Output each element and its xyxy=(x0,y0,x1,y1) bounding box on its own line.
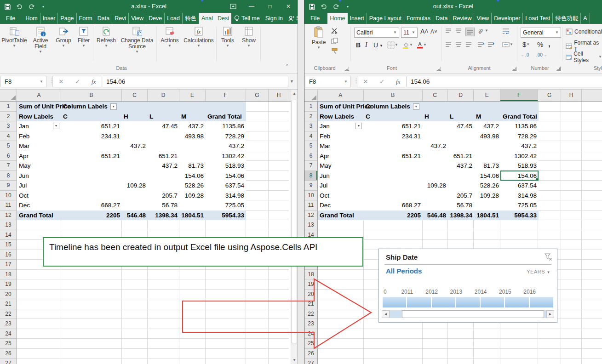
cell-H10[interactable] xyxy=(269,191,289,201)
cell-C19[interactable] xyxy=(122,279,148,290)
cell-H8[interactable] xyxy=(269,171,289,181)
comma-format-button[interactable]: , xyxy=(548,40,550,49)
cell-C26[interactable] xyxy=(122,349,148,359)
align-top-button[interactable] xyxy=(445,28,452,34)
cell-C22[interactable] xyxy=(122,309,148,319)
row-header-2[interactable]: 2 xyxy=(0,112,17,122)
cell-H15[interactable] xyxy=(561,240,582,250)
font-dialog-launcher-icon[interactable] xyxy=(437,67,441,71)
cell-C24[interactable] xyxy=(122,329,148,339)
number-dialog-launcher-icon[interactable] xyxy=(556,67,561,71)
cell-A22[interactable] xyxy=(17,309,61,319)
timeline-bar[interactable] xyxy=(383,297,553,307)
row-header-17[interactable]: 17 xyxy=(0,260,17,270)
cell-G24[interactable] xyxy=(538,329,561,339)
increase-decimal-button[interactable]: ←.0 xyxy=(521,52,529,57)
tab-deve[interactable]: Deve xyxy=(146,13,165,24)
cell-G13[interactable] xyxy=(246,220,269,230)
formula-input[interactable]: 154.06 xyxy=(407,76,602,87)
column-header-D[interactable]: D xyxy=(448,90,474,101)
cell-B26[interactable] xyxy=(61,349,122,359)
show-button[interactable]: Show▼ xyxy=(239,26,258,48)
cell-C27[interactable] xyxy=(423,358,448,364)
cell-H9[interactable] xyxy=(269,181,289,191)
cancel-icon[interactable]: ✕ xyxy=(363,78,368,85)
tab-data[interactable]: Data xyxy=(433,13,450,24)
cell-H27[interactable] xyxy=(561,358,582,364)
cell-G12[interactable] xyxy=(538,210,561,221)
tab-load[interactable]: Load xyxy=(165,13,183,24)
insert-function-icon[interactable]: fx xyxy=(92,78,96,85)
cancel-icon[interactable]: ✕ xyxy=(58,78,63,85)
cell-D18[interactable] xyxy=(148,270,179,280)
cell-H9[interactable] xyxy=(561,181,582,191)
row-header-3[interactable]: 3 xyxy=(0,121,17,131)
maximize-icon[interactable]: □ xyxy=(261,0,279,13)
cell-B25[interactable] xyxy=(61,339,122,349)
cell-B18[interactable] xyxy=(61,270,122,280)
align-bottom-button[interactable] xyxy=(465,28,475,36)
cell-H10[interactable] xyxy=(561,191,582,201)
cell-G6[interactable] xyxy=(246,151,269,161)
cell-C25[interactable] xyxy=(423,339,448,349)
cell-B22[interactable] xyxy=(61,309,122,319)
paste-button[interactable]: Paste▼ xyxy=(308,26,329,50)
merge-center-button[interactable]: ▼ xyxy=(502,41,513,48)
cell-G2[interactable] xyxy=(246,112,269,122)
cell-H7[interactable] xyxy=(561,161,582,171)
row-header-21[interactable]: 21 xyxy=(0,299,17,309)
cell-H25[interactable] xyxy=(561,339,582,349)
scroll-down-icon[interactable]: ▼ xyxy=(291,356,298,364)
column-header-G[interactable]: G xyxy=(538,90,561,101)
cell-A27[interactable] xyxy=(17,358,61,364)
font-size-select[interactable]: 11▼ xyxy=(401,28,418,38)
cell-A13[interactable] xyxy=(318,220,364,230)
insert-function-icon[interactable]: fx xyxy=(396,78,400,85)
tab-view[interactable]: View xyxy=(129,13,146,24)
column-header-H[interactable]: H xyxy=(269,90,289,101)
tab-anal[interactable]: Anal xyxy=(199,13,215,24)
timeline-segment[interactable] xyxy=(432,297,455,307)
cell-G27[interactable] xyxy=(538,358,561,364)
selected-cell-F8[interactable] xyxy=(500,171,539,181)
cell-C24[interactable] xyxy=(423,329,448,339)
change-data-source-button[interactable]: Change Data Source▼ xyxy=(119,26,155,54)
cell-G9[interactable] xyxy=(538,181,561,191)
shrink-font-button[interactable]: A˅ xyxy=(430,28,437,35)
row-header-8[interactable]: 8 xyxy=(0,171,17,181)
row-header-7[interactable]: 7 xyxy=(0,161,17,171)
select-all-corner[interactable] xyxy=(0,90,17,101)
cell-D27[interactable] xyxy=(448,358,474,364)
cell-G13[interactable] xyxy=(538,220,561,230)
cell-G14[interactable] xyxy=(538,230,561,240)
timeline-segment[interactable] xyxy=(530,297,553,307)
row-header-23[interactable]: 23 xyxy=(0,319,17,329)
cell-D26[interactable] xyxy=(448,349,474,359)
styles-item-conditional[interactable]: Conditional xyxy=(566,28,602,35)
cell-F14[interactable] xyxy=(500,230,538,240)
cell-H22[interactable] xyxy=(561,309,582,319)
cell-B23[interactable] xyxy=(61,319,122,329)
close-icon[interactable]: ✕ xyxy=(279,0,298,13)
cell-E26[interactable] xyxy=(474,349,500,359)
cell-H5[interactable] xyxy=(269,141,289,151)
cell-G1[interactable] xyxy=(538,102,561,112)
cell-B13[interactable] xyxy=(364,220,423,230)
pivottable-button[interactable]: PivotTable▼ xyxy=(1,26,28,48)
cell-D21[interactable] xyxy=(148,299,179,309)
tab-insert[interactable]: Insert xyxy=(348,13,367,24)
cell-H26[interactable] xyxy=(561,349,582,359)
cell-E25[interactable] xyxy=(474,339,500,349)
group-button[interactable]: Group▼ xyxy=(53,26,74,48)
column-header-G[interactable]: G xyxy=(246,90,269,101)
row-header-5[interactable]: 5 xyxy=(304,141,318,151)
cell-A18[interactable] xyxy=(17,270,61,280)
share-button[interactable]: Sha xyxy=(286,13,298,24)
column-header-B[interactable]: B xyxy=(364,90,423,101)
cell-D20[interactable] xyxy=(148,290,179,300)
cell-C21[interactable] xyxy=(122,299,148,309)
timeline-segment[interactable] xyxy=(383,297,406,307)
underline-caret-icon[interactable]: ▼ xyxy=(379,44,383,48)
actions-button[interactable]: Actions▼ xyxy=(158,26,181,48)
font-name-select[interactable]: Calibri▼ xyxy=(354,28,399,38)
